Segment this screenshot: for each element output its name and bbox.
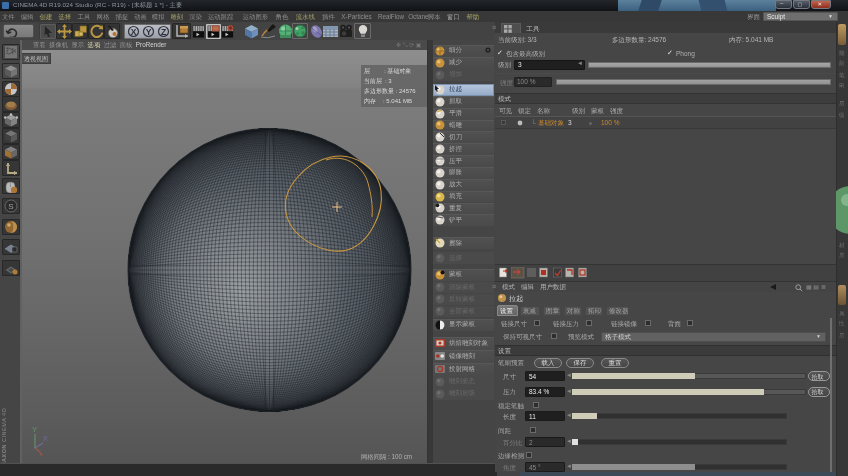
- svg-text:Y: Y: [32, 425, 38, 434]
- svg-text:X: X: [43, 435, 48, 442]
- svg-text:S: S: [8, 202, 13, 211]
- svg-text:X: X: [130, 26, 136, 36]
- svg-text:Y: Y: [145, 26, 151, 36]
- svg-text:Z: Z: [161, 26, 166, 36]
